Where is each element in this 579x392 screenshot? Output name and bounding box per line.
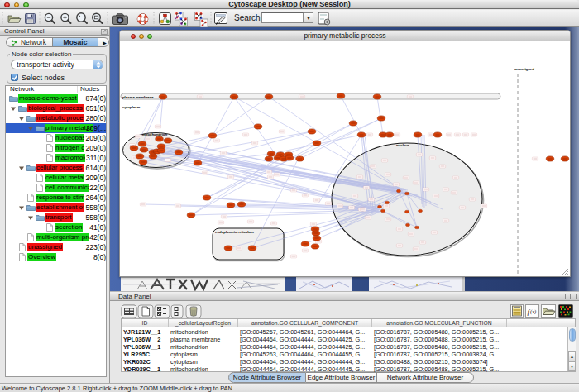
svg-text:cytoplasm: cytoplasm — [122, 105, 140, 109]
svg-text:plasma membrane: plasma membrane — [122, 95, 154, 99]
svg-text:endoplasmic reticulum: endoplasmic reticulum — [215, 230, 254, 234]
svg-text:nucleus: nucleus — [396, 143, 410, 147]
svg-text:(x): (x) — [530, 308, 536, 315]
svg-text:unassigned: unassigned — [514, 67, 534, 71]
svg-text:mitochondrion: mitochondrion — [142, 132, 167, 136]
